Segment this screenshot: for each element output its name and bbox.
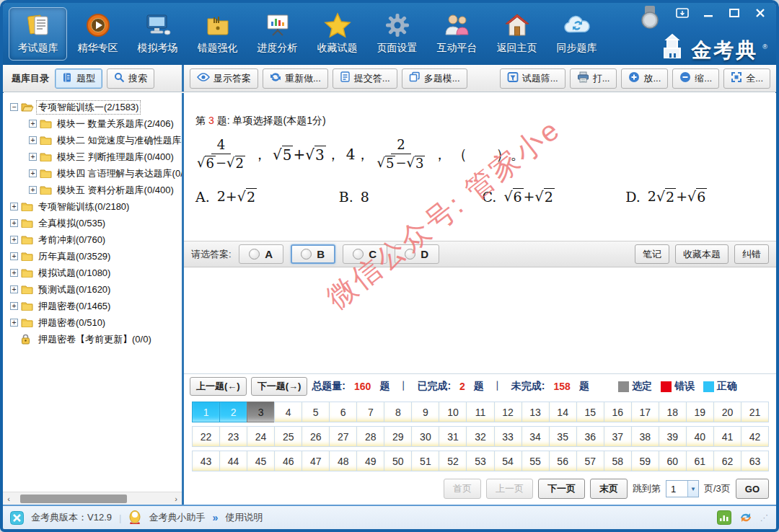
- tab-book[interactable]: 题型: [55, 68, 102, 89]
- expand-toggle-icon[interactable]: +: [10, 302, 18, 310]
- question-cell-60[interactable]: 60: [659, 451, 687, 471]
- question-cell-45[interactable]: 45: [247, 451, 275, 471]
- question-cell-13[interactable]: 13: [521, 402, 550, 422]
- eye-button[interactable]: 显示答案: [190, 68, 258, 89]
- prev-question-button[interactable]: 上一题(←): [190, 377, 247, 396]
- question-cell-14[interactable]: 14: [549, 402, 577, 422]
- toolbar-item-gear[interactable]: 页面设置: [368, 7, 426, 61]
- zoom-in-button[interactable]: 放...: [621, 68, 668, 89]
- sync-status-icon[interactable]: [739, 510, 753, 525]
- next-question-button[interactable]: 下一题(→): [251, 377, 308, 396]
- sidebar-horizontal-scrollbar[interactable]: ‹ ›: [3, 492, 182, 505]
- stats-chart-icon[interactable]: [717, 510, 731, 525]
- question-cell-40[interactable]: 40: [686, 426, 714, 447]
- expand-toggle-icon[interactable]: +: [10, 219, 18, 227]
- page-select[interactable]: 1 ▼: [666, 480, 699, 497]
- question-cell-42[interactable]: 42: [741, 426, 769, 447]
- help-link[interactable]: 使用说明: [225, 511, 263, 524]
- question-cell-41[interactable]: 41: [713, 426, 741, 447]
- question-cell-57[interactable]: 57: [576, 451, 604, 471]
- tray-button[interactable]: [672, 6, 692, 20]
- question-cell-21[interactable]: 21: [741, 402, 769, 422]
- question-cell-63[interactable]: 63: [741, 451, 769, 471]
- question-cell-16[interactable]: 16: [604, 402, 632, 422]
- expand-toggle-icon[interactable]: +: [10, 285, 18, 293]
- resize-grip[interactable]: ⋰: [760, 513, 769, 523]
- scroll-right-arrow-icon[interactable]: ›: [170, 495, 182, 503]
- question-cell-10[interactable]: 10: [439, 402, 467, 422]
- answer-choice-B[interactable]: B: [291, 244, 335, 264]
- tree-item[interactable]: 押题密卷【考前更新】(0/0): [7, 331, 182, 347]
- answer-choice-A[interactable]: A: [239, 244, 283, 264]
- expand-toggle-icon[interactable]: +: [10, 269, 18, 277]
- expand-toggle-icon[interactable]: +: [10, 319, 18, 327]
- expand-toggle-icon[interactable]: +: [29, 120, 37, 128]
- question-cell-52[interactable]: 52: [439, 451, 467, 471]
- expand-toggle-icon[interactable]: +: [29, 169, 37, 177]
- question-cell-54[interactable]: 54: [494, 451, 522, 471]
- filter-button[interactable]: 试题筛...: [500, 68, 565, 89]
- question-cell-17[interactable]: 17: [631, 402, 659, 422]
- toolbar-item-wrong-folder[interactable]: 错题强化: [188, 7, 247, 61]
- toolbar-item-computer[interactable]: 模拟考场: [128, 7, 187, 61]
- tab-search[interactable]: 搜索: [107, 68, 154, 89]
- question-cell-39[interactable]: 39: [659, 426, 687, 447]
- question-cell-56[interactable]: 56: [549, 451, 577, 471]
- question-cell-30[interactable]: 30: [411, 426, 439, 447]
- question-cell-37[interactable]: 37: [604, 426, 632, 447]
- refresh-button[interactable]: 重新做...: [263, 68, 328, 89]
- expand-toggle-icon[interactable]: +: [29, 136, 37, 144]
- zoom-out-button[interactable]: 缩...: [672, 68, 719, 89]
- question-cell-8[interactable]: 8: [384, 402, 412, 422]
- question-cell-50[interactable]: 50: [384, 451, 412, 471]
- tree-item[interactable]: +模块二 知觉速度与准确性题库(: [7, 132, 182, 148]
- tree-item[interactable]: +模块三 判断推理题库(0/400): [7, 148, 182, 165]
- question-cell-34[interactable]: 34: [521, 426, 550, 447]
- scrollbar-thumb[interactable]: [20, 495, 127, 503]
- toolbar-item-cloud-sync[interactable]: 同步题库: [547, 7, 606, 61]
- toolbar-item-media-play[interactable]: 精华专区: [69, 7, 127, 61]
- question-cell-58[interactable]: 58: [604, 451, 632, 471]
- fullscreen-button[interactable]: 全...: [723, 68, 770, 89]
- multi-window-button[interactable]: 多题模...: [402, 68, 467, 89]
- question-cell-5[interactable]: 5: [302, 402, 330, 422]
- expand-toggle-icon[interactable]: +: [10, 252, 18, 260]
- tree-item[interactable]: +全真模拟(0/535): [7, 215, 182, 231]
- question-cell-12[interactable]: 12: [494, 402, 522, 422]
- tree-item[interactable]: +模块五 资料分析题库(0/400): [7, 182, 182, 198]
- expand-toggle-icon[interactable]: +: [29, 153, 37, 161]
- note-button[interactable]: 笔记: [635, 244, 669, 264]
- question-cell-27[interactable]: 27: [329, 426, 357, 447]
- toolbar-item-star[interactable]: 收藏试题: [308, 7, 366, 61]
- question-cell-59[interactable]: 59: [631, 451, 659, 471]
- question-cell-29[interactable]: 29: [384, 426, 412, 447]
- question-cell-23[interactable]: 23: [219, 426, 247, 447]
- question-cell-11[interactable]: 11: [466, 402, 494, 422]
- question-cell-53[interactable]: 53: [466, 451, 494, 471]
- question-cell-2[interactable]: 2: [219, 402, 247, 422]
- question-cell-24[interactable]: 24: [247, 426, 275, 447]
- question-cell-46[interactable]: 46: [274, 451, 302, 471]
- helper-label[interactable]: 金考典小助手: [149, 511, 205, 524]
- tree-item[interactable]: +历年真题(0/3529): [7, 248, 182, 265]
- expand-toggle-icon[interactable]: +: [29, 186, 37, 194]
- toolbar-item-home[interactable]: 返回主页: [488, 7, 546, 61]
- toolbar-item-exam-bank[interactable]: 考试题库: [9, 7, 67, 61]
- question-cell-20[interactable]: 20: [713, 402, 741, 422]
- question-cell-25[interactable]: 25: [274, 426, 302, 447]
- scroll-left-arrow-icon[interactable]: ‹: [3, 495, 14, 503]
- tree-item[interactable]: +预测试题(0/1620): [7, 281, 182, 298]
- question-cell-49[interactable]: 49: [356, 451, 384, 471]
- expand-toggle-icon[interactable]: +: [10, 236, 18, 244]
- question-cell-43[interactable]: 43: [192, 451, 220, 471]
- question-cell-55[interactable]: 55: [521, 451, 550, 471]
- question-cell-32[interactable]: 32: [466, 426, 494, 447]
- question-cell-35[interactable]: 35: [549, 426, 577, 447]
- tree-item[interactable]: +考前冲刺(0/760): [7, 231, 182, 248]
- toolbar-item-progress-board[interactable]: 进度分析: [248, 7, 307, 61]
- question-cell-18[interactable]: 18: [659, 402, 687, 422]
- maximize-button[interactable]: [724, 6, 744, 20]
- collapse-toggle-icon[interactable]: −: [10, 103, 18, 111]
- question-cell-33[interactable]: 33: [494, 426, 522, 447]
- question-cell-44[interactable]: 44: [219, 451, 247, 471]
